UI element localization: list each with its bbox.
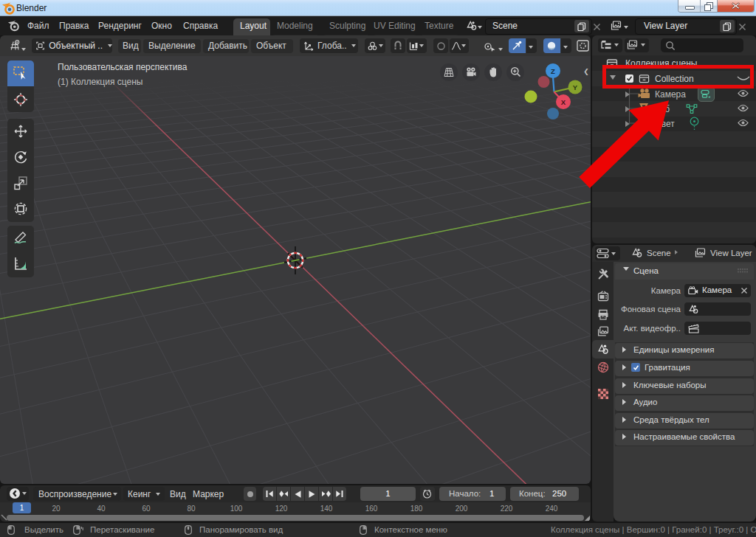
svg-text:X: X <box>561 98 566 106</box>
svg-text:Z: Z <box>551 67 555 75</box>
